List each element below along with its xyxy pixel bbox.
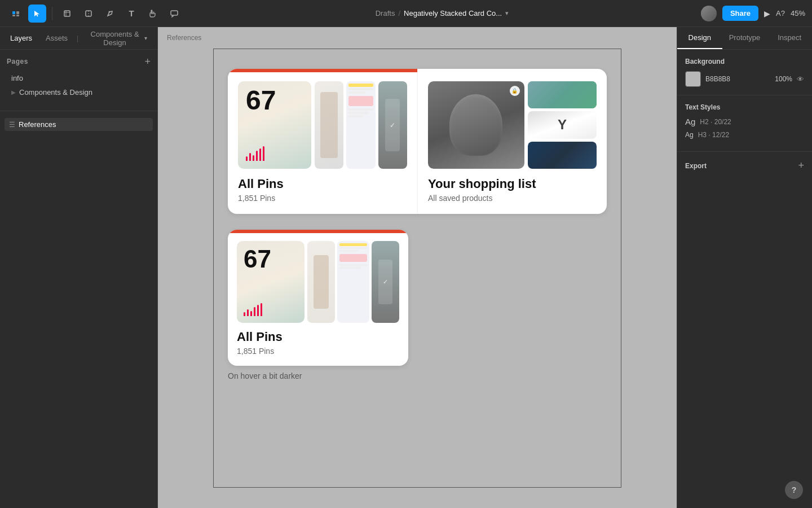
svg-rect-2 [12, 15, 15, 16]
zoom-level[interactable]: 45% [791, 9, 805, 17]
bg-row: B8B8B8 100% 👁 [685, 71, 804, 87]
canvas-area[interactable]: References 67 [158, 27, 677, 508]
tab-layers[interactable]: Layers [5, 30, 38, 46]
tab-assets[interactable]: Assets [40, 30, 73, 46]
card-large: 67 [228, 69, 607, 214]
pen-tool-button[interactable] [101, 5, 119, 23]
frame-tool-button[interactable] [58, 5, 76, 23]
app-menu-button[interactable] [7, 5, 25, 23]
text-style-h2-label: H2 · 20/22 [700, 118, 731, 126]
card3-stack3: ✓ [372, 241, 399, 323]
svg-rect-0 [12, 11, 15, 14]
text-style-h3-label: H3 · 12/22 [698, 131, 729, 139]
card3-chart-bars [244, 303, 262, 316]
move-tool-button[interactable] [28, 5, 46, 23]
toolbar-left: T [7, 5, 183, 23]
export-add-button[interactable]: + [798, 160, 804, 172]
pages-header: Pages + [7, 56, 151, 67]
bg-opacity-value[interactable]: 100% [775, 75, 792, 83]
breadcrumb-separator: / [398, 9, 400, 17]
chart-bars [246, 146, 264, 161]
toolbar-right: Share ▶ A? 45% [701, 6, 805, 21]
card2-images: 🔒 [428, 81, 597, 169]
svg-rect-1 [16, 11, 19, 14]
card2-stack2: Y [528, 111, 597, 138]
toolbar: T Drafts / Negatively Stacked Card Co...… [0, 0, 812, 27]
panel-tabs: Design Prototype Inspect [677, 27, 812, 50]
sidebar-tabs: Layers Assets | Components & Design ▾ [0, 27, 157, 50]
card2-stack3 [528, 142, 597, 169]
tab-components-design[interactable]: Components & Design ▾ [82, 27, 153, 50]
card2-title: Your shopping list [428, 177, 597, 191]
card3-images: 67 [237, 241, 399, 323]
a-label[interactable]: A? [776, 9, 785, 17]
text-style-h3-sample: Ag [685, 131, 694, 139]
share-button[interactable]: Share [722, 6, 758, 21]
page-item-info[interactable]: info [7, 71, 151, 85]
help-button[interactable]: ? [785, 481, 803, 499]
card-content-right: 🔒 [418, 72, 607, 214]
panel-tab-inspect[interactable]: Inspect [767, 27, 812, 49]
hand-tool-button[interactable] [144, 5, 162, 23]
canvas-content: 67 [214, 55, 620, 394]
pages-section: Pages + info ▶ Components & Design [0, 50, 157, 106]
sidebar-divider [0, 111, 157, 111]
layer-icon-grid: ☰ [9, 121, 15, 129]
card1-subtitle: 1,851 Pins [238, 194, 407, 203]
canvas-frame-label: References [167, 34, 201, 42]
comment-tool-button[interactable] [165, 5, 183, 23]
card2-subtitle: All saved products [428, 194, 597, 203]
components-chevron-icon: ▾ [144, 35, 147, 41]
hover-note: On hover a bit darker [228, 371, 607, 380]
card-number: 67 [238, 81, 311, 114]
shopping-list-card: 🔒 [417, 69, 607, 214]
pages-add-button[interactable]: + [144, 56, 151, 67]
breadcrumb: Drafts / Negatively Stacked Card Co... [376, 9, 502, 17]
play-button[interactable]: ▶ [764, 9, 770, 18]
text-tool-button[interactable]: T [122, 5, 140, 23]
text-style-h3: Ag H3 · 12/22 [685, 131, 804, 139]
card3-stack1 [307, 241, 335, 323]
bg-color-swatch[interactable] [685, 71, 701, 87]
avatar-image [701, 6, 717, 21]
card3-stack2 [337, 241, 369, 323]
text-styles-title: Text Styles [685, 103, 804, 111]
pages-title: Pages [7, 58, 28, 65]
background-section-title: Background [685, 58, 804, 65]
card2-img-mouse: 🔒 [428, 81, 524, 169]
right-panel: Design Prototype Inspect Background B8B8… [677, 27, 812, 508]
panel-tab-prototype[interactable]: Prototype [722, 27, 767, 49]
card-main-img: 67 [238, 81, 311, 169]
breadcrumb-chevron-icon[interactable]: ▾ [505, 10, 509, 17]
stack-img-3: ✓ [378, 81, 407, 169]
toolbar-separator-1 [52, 7, 52, 20]
main-layout: Layers Assets | Components & Design ▾ Pa… [0, 27, 812, 508]
card3-number: 67 [237, 241, 304, 271]
card1-title: All Pins [238, 177, 407, 191]
card3-title: All Pins [237, 330, 399, 344]
page-item-components[interactable]: ▶ Components & Design [7, 85, 151, 99]
svg-point-8 [109, 11, 111, 12]
stack-img-2 [346, 81, 375, 169]
breadcrumb-prefix[interactable]: Drafts [376, 9, 395, 17]
second-row: 67 [228, 230, 607, 380]
layer-item-references[interactable]: ☰ References [5, 118, 153, 131]
panel-tab-design[interactable]: Design [677, 27, 722, 49]
text-style-h2: Ag H2 · 20/22 [685, 117, 804, 126]
layers-list: ☰ References [0, 116, 157, 133]
export-title: Export [685, 162, 707, 170]
page-expand-icon: ▶ [11, 89, 16, 95]
all-pins-card: 67 [228, 69, 417, 214]
left-sidebar: Layers Assets | Components & Design ▾ Pa… [0, 27, 158, 508]
breadcrumb-current[interactable]: Negatively Stacked Card Co... [404, 9, 502, 17]
card3-subtitle: 1,851 Pins [237, 347, 399, 356]
background-section: Background B8B8B8 100% 👁 [677, 50, 812, 95]
svg-rect-4 [64, 11, 70, 16]
svg-rect-9 [171, 11, 178, 15]
shape-tool-button[interactable] [80, 5, 98, 23]
card3-main-img: 67 [237, 241, 304, 323]
card-stack-imgs: ✓ [315, 81, 407, 169]
card2-stack1 [528, 81, 597, 108]
bg-visibility-button[interactable]: 👁 [797, 75, 804, 84]
bg-hex-value[interactable]: B8B8B8 [705, 75, 770, 83]
